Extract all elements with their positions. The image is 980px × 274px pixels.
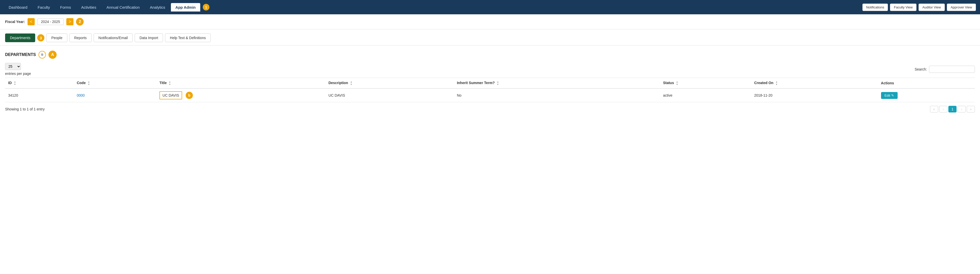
- showing-text: Showing 1 to 1 of 1 entry: [5, 107, 45, 111]
- tab-bar: Departments 3 People Reports Notificatio…: [0, 29, 980, 45]
- fiscal-year-value: 2024 - 2025: [37, 18, 64, 25]
- page-prev-button[interactable]: ‹: [939, 106, 947, 112]
- search-label: Search:: [915, 67, 927, 71]
- page-first-button[interactable]: «: [930, 106, 938, 112]
- sort-code-icon: ▲▼: [88, 80, 90, 86]
- cell-id: 34120: [5, 88, 74, 102]
- col-title[interactable]: Title ▲▼: [156, 78, 326, 89]
- nav-analytics[interactable]: Analytics: [145, 3, 170, 11]
- search-area: Search:: [915, 66, 975, 73]
- col-id[interactable]: ID ▲▼: [5, 78, 74, 89]
- col-created-on[interactable]: Created On ▲▼: [751, 78, 878, 89]
- table-controls: 25 50 100 entries per page Search:: [5, 63, 975, 76]
- edit-button[interactable]: Edit ✎: [881, 92, 897, 99]
- sort-status-icon: ▲▼: [676, 80, 678, 86]
- tab-reports[interactable]: Reports: [69, 34, 92, 42]
- title-highlighted: UC DAVIS: [159, 91, 182, 99]
- tab-help-text[interactable]: Help Text & Definitions: [165, 34, 211, 42]
- entries-per-page-select[interactable]: 25 50 100: [5, 63, 21, 70]
- section-title-text: DEPARTMENTS: [5, 52, 36, 57]
- col-description[interactable]: Description ▲▼: [326, 78, 454, 89]
- cell-description: UC DAVIS: [326, 88, 454, 102]
- section-badge: a: [48, 51, 57, 59]
- sort-created-icon: ▲▼: [775, 80, 778, 86]
- faculty-view-button[interactable]: Faculty View: [890, 3, 916, 11]
- col-code[interactable]: Code ▲▼: [74, 78, 156, 89]
- tab-departments[interactable]: Departments: [5, 34, 35, 42]
- cell-code: 0000: [74, 88, 156, 102]
- fiscal-year-label: Fiscal Year:: [5, 20, 25, 24]
- sort-inherit-icon: ▲▼: [496, 80, 499, 86]
- page-1-button[interactable]: 1: [948, 106, 956, 112]
- table-row: 34120 0000 UC DAVIS b UC DAVIS No active…: [5, 88, 975, 102]
- pagination: « ‹ 1 › »: [930, 106, 975, 112]
- cell-actions: Edit ✎: [878, 88, 975, 102]
- nav-badge: 1: [203, 4, 209, 10]
- nav-faculty[interactable]: Faculty: [33, 3, 54, 11]
- nav-dashboard[interactable]: Dashboard: [4, 3, 32, 11]
- cell-status: active: [660, 88, 751, 102]
- tab-notifications-email[interactable]: Notifications/Email: [94, 34, 133, 42]
- tab-badge: 3: [37, 34, 45, 42]
- notifications-button[interactable]: Notifications: [862, 3, 888, 11]
- nav-forms[interactable]: Forms: [56, 3, 76, 11]
- nav-app-admin[interactable]: App Admin: [171, 3, 200, 11]
- cell-inherit-summer: No: [454, 88, 660, 102]
- search-input[interactable]: [929, 66, 975, 73]
- nav-activities[interactable]: Activities: [76, 3, 101, 11]
- section-header: DEPARTMENTS ≡ a: [5, 51, 975, 59]
- cell-created-on: 2018-11-20: [751, 88, 878, 102]
- content-area: DEPARTMENTS ≡ a 25 50 100 entries per pa…: [0, 45, 980, 118]
- nav-items: Dashboard Faculty Forms Activities Annua…: [4, 3, 862, 11]
- sort-description-icon: ▲▼: [350, 80, 353, 86]
- nav-right-buttons: Notifications Faculty View Auditor View …: [862, 3, 976, 11]
- entries-control: 25 50 100 entries per page: [5, 63, 31, 76]
- col-status[interactable]: Status ▲▼: [660, 78, 751, 89]
- sort-id-icon: ▲▼: [14, 80, 16, 86]
- col-inherit-summer[interactable]: Inherit Summer Term? ▲▼: [454, 78, 660, 89]
- auditor-view-button[interactable]: Auditor View: [918, 3, 945, 11]
- sort-title-icon: ▲▼: [169, 80, 171, 86]
- fiscal-prev-button[interactable]: <: [27, 18, 35, 25]
- tab-data-import[interactable]: Data Import: [135, 34, 163, 42]
- fiscal-next-button[interactable]: >: [66, 18, 73, 25]
- page-last-button[interactable]: »: [967, 106, 975, 112]
- code-link[interactable]: 0000: [77, 93, 85, 98]
- top-navigation: Dashboard Faculty Forms Activities Annua…: [0, 0, 980, 14]
- entries-per-page-label: entries per page: [5, 72, 31, 76]
- row-badge: b: [186, 92, 193, 99]
- page-next-button[interactable]: ›: [958, 106, 966, 112]
- nav-annual-certification[interactable]: Annual Certification: [102, 3, 144, 11]
- cell-title: UC DAVIS b: [156, 88, 326, 102]
- departments-table: ID ▲▼ Code ▲▼ Title ▲▼ Description ▲▼ In…: [5, 78, 975, 102]
- approver-view-button[interactable]: Approver View: [947, 3, 976, 11]
- tab-people[interactable]: People: [46, 34, 67, 42]
- pagination-area: Showing 1 to 1 of 1 entry « ‹ 1 › »: [5, 106, 975, 112]
- fiscal-year-bar: Fiscal Year: < 2024 - 2025 > 2: [0, 14, 980, 29]
- fiscal-badge: 2: [76, 18, 84, 26]
- section-filter-icon[interactable]: ≡: [38, 51, 46, 59]
- col-actions: Actions: [878, 78, 975, 89]
